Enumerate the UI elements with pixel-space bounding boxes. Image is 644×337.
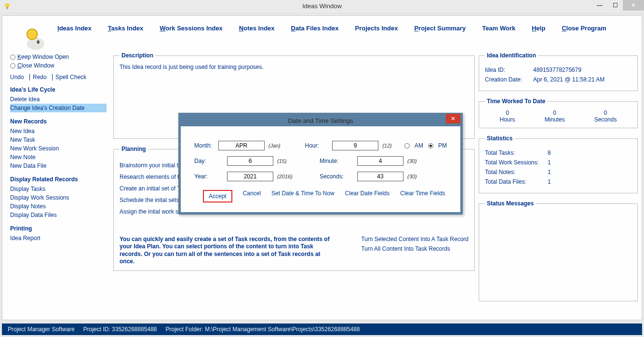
idea-ident-legend: Idea Identification: [485, 52, 538, 59]
creation-date-value: Apr 6, 2021 @ 11:58:21 AM: [533, 76, 604, 83]
status-project-id: Project ID: 33526268885488: [83, 326, 157, 333]
seconds-input[interactable]: [357, 172, 403, 181]
time-worked-box: Time Worked To Date 0 Hours 0 Minutes 0 …: [479, 98, 638, 128]
planning-tip: You can quickly and easily create a set …: [120, 236, 332, 266]
app-icon: [3, 2, 12, 11]
minute-hint: (30): [407, 158, 427, 164]
status-messages-legend: Status Messages: [485, 200, 536, 207]
menu-team-work[interactable]: Team Work: [482, 25, 515, 32]
head-lightbulb-icon: [22, 25, 48, 53]
menu-help[interactable]: Help: [532, 25, 545, 32]
cancel-button[interactable]: Cancel: [243, 190, 261, 202]
pm-label: PM: [438, 142, 447, 149]
seconds-hint: (30): [407, 174, 427, 179]
minutes-value: 0: [545, 109, 565, 116]
keep-window-open-radio[interactable]: Keep Window Open: [10, 54, 107, 60]
close-window-radio[interactable]: Close Window: [10, 62, 107, 69]
date-time-dialog: Date and Time Settings ✕ Month: (Jan) Ho…: [178, 113, 463, 215]
idea-report-link[interactable]: Idea Report: [10, 234, 107, 243]
hour-hint: (12): [382, 143, 396, 148]
idea-id-label: Idea ID:: [485, 67, 533, 73]
menu-notes-index[interactable]: Notes Index: [239, 25, 275, 32]
display-work-sessions-link[interactable]: Display Work Sessions: [10, 193, 107, 202]
new-idea-link[interactable]: New Idea: [10, 127, 107, 135]
set-now-button[interactable]: Set Date & Time To Now: [271, 190, 335, 202]
new-records-header: New Records: [10, 118, 107, 125]
dialog-title: Date and Time Settings: [288, 117, 353, 124]
delete-idea-link[interactable]: Delete Idea: [10, 95, 107, 104]
clear-date-button[interactable]: Clear Date Fields: [345, 190, 390, 202]
total-tasks-value: 8: [548, 149, 551, 156]
redo-link[interactable]: Redo: [29, 74, 49, 81]
year-input[interactable]: [227, 172, 273, 181]
menu-ideas-index[interactable]: Ideas Index: [57, 25, 92, 32]
dialog-close-button[interactable]: ✕: [446, 114, 460, 123]
year-hint: (2016): [277, 174, 296, 179]
pm-radio[interactable]: [428, 143, 433, 148]
menu-projects-index[interactable]: Projects Index: [355, 25, 398, 32]
day-label: Day:: [194, 158, 223, 164]
seconds-label2: Seconds:: [320, 173, 353, 180]
svg-point-0: [5, 3, 10, 8]
change-creation-date-link[interactable]: Change Idea's Creation Date: [10, 104, 107, 112]
svg-point-5: [37, 40, 40, 44]
creation-date-label: Creation Date:: [485, 76, 533, 83]
window-close-button[interactable]: ✕: [623, 0, 644, 11]
new-task-link[interactable]: New Task: [10, 135, 107, 144]
svg-rect-1: [7, 7, 8, 9]
window-title: Ideas Window: [302, 2, 342, 10]
display-related-header: Display Related Records: [10, 176, 107, 183]
planning-legend: Planning: [120, 146, 148, 152]
new-note-link[interactable]: New Note: [10, 153, 107, 162]
turn-selected-link[interactable]: Turn Selected Content Into A Task Record: [361, 236, 469, 243]
life-cycle-header: Idea's Life Cycle: [10, 86, 107, 93]
menu-work-sessions-index[interactable]: Work Sessions Index: [160, 25, 223, 32]
total-df-value: 1: [548, 178, 551, 185]
menu-data-files-index[interactable]: Data Files Index: [291, 25, 339, 32]
day-input[interactable]: [227, 156, 273, 166]
menu-close-program[interactable]: Close Program: [562, 25, 606, 32]
accept-button[interactable]: Accept: [203, 190, 232, 202]
idea-identification-box: Idea Identification Idea ID: 48915377827…: [479, 52, 638, 91]
menu-tasks-index[interactable]: Tasks Index: [108, 25, 143, 32]
seconds-value: 0: [594, 109, 617, 116]
status-messages-box: Status Messages: [479, 200, 638, 301]
day-hint: (15): [277, 158, 296, 164]
menu-project-summary[interactable]: Project Summary: [414, 25, 466, 32]
month-input[interactable]: [218, 141, 265, 150]
minimize-button[interactable]: —: [592, 0, 607, 11]
idea-id-value: 489153778275679: [533, 67, 581, 73]
description-text[interactable]: This Idea record is just being used for …: [120, 64, 469, 70]
status-bar: Project Manager Software Project ID: 335…: [2, 324, 642, 335]
edit-links: Undo Redo Spell Check: [10, 74, 107, 81]
left-panel: Keep Window Open Close Window Undo Redo …: [10, 54, 107, 243]
am-radio[interactable]: [404, 143, 410, 148]
new-data-file-link[interactable]: New Data File: [10, 162, 107, 170]
new-work-session-link[interactable]: New Work Session: [10, 144, 107, 153]
month-hint: (Jan): [268, 143, 282, 148]
undo-link[interactable]: Undo: [10, 74, 26, 81]
statistics-legend: Statistics: [485, 135, 514, 142]
total-notes-label: Total Notes:: [485, 169, 548, 175]
minute-input[interactable]: [357, 156, 403, 166]
clear-time-button[interactable]: Clear Time Fields: [400, 190, 445, 202]
turn-all-link[interactable]: Turn All Content Into Task Records: [361, 245, 469, 252]
display-notes-link[interactable]: Display Notes: [10, 202, 107, 211]
menu-bar: Ideas Index Tasks Index Work Sessions In…: [2, 16, 642, 38]
time-worked-legend: Time Worked To Date: [485, 98, 547, 105]
maximize-button[interactable]: ☐: [607, 0, 623, 11]
right-panel: Idea Identification Idea ID: 48915377827…: [479, 52, 638, 308]
total-notes-value: 1: [548, 169, 551, 175]
spellcheck-link[interactable]: Spell Check: [52, 74, 88, 81]
total-ws-label: Total Work Sessions:: [485, 159, 548, 166]
hour-input[interactable]: [332, 141, 378, 150]
seconds-label: Seconds: [594, 116, 617, 123]
total-df-label: Total Data Files:: [485, 178, 548, 185]
status-app-name: Project Manager Software: [8, 326, 75, 333]
year-label: Year:: [194, 173, 223, 180]
hours-label: Hours: [500, 116, 515, 123]
window-title-bar: Ideas Window — ☐ ✕: [0, 0, 644, 13]
display-data-files-link[interactable]: Display Data Files: [10, 211, 107, 219]
display-tasks-link[interactable]: Display Tasks: [10, 185, 107, 193]
am-label: AM: [415, 142, 423, 149]
